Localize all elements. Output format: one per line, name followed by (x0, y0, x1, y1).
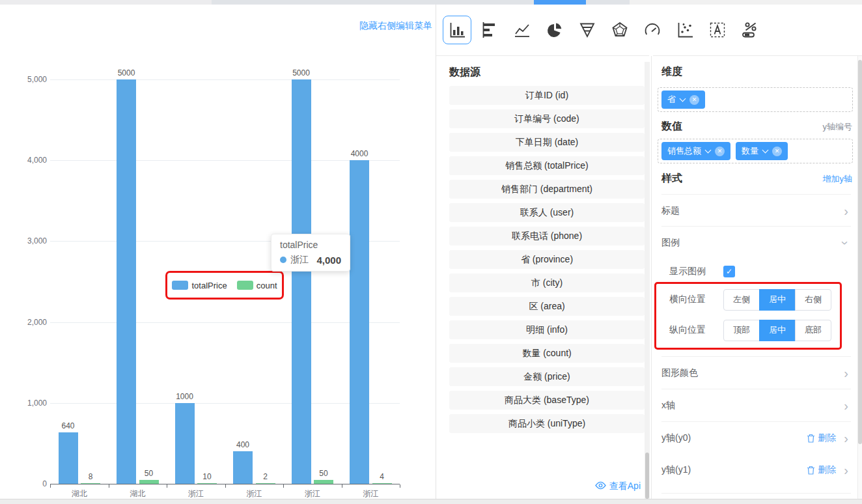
view-api-link[interactable]: 查看Api (595, 481, 641, 492)
field-item[interactable]: 联系电话 (phone) (449, 227, 645, 245)
style-row-shape-color[interactable]: 图形颜色 (661, 356, 851, 389)
bar-count[interactable] (314, 480, 333, 484)
tooltip-series-title: totalPrice (280, 240, 341, 250)
show-legend-label: 显示图例 (669, 266, 723, 277)
percent-widget-icon[interactable] (736, 16, 764, 44)
legend-item-totalprice[interactable]: totalPrice (172, 281, 227, 290)
bar-value-label: 4 (363, 472, 402, 481)
pie-chart-icon[interactable] (540, 16, 569, 44)
bar-chart-icon[interactable] (443, 16, 471, 44)
metric-tag[interactable]: 销售总额 (661, 142, 730, 160)
field-item[interactable]: 市 (city) (449, 273, 645, 292)
show-legend-row: 显示图例 (669, 262, 735, 281)
y-axis-tick-label: 0 (0, 479, 47, 488)
bar-count[interactable] (197, 483, 217, 484)
delete-y-axis-0-button[interactable]: 删除 (807, 432, 836, 444)
chart-panel-divider (436, 5, 436, 499)
v-pos-center-button[interactable]: 居中 (759, 320, 796, 341)
delete-y-axis-1-button[interactable]: 删除 (807, 464, 836, 476)
funnel-chart-icon[interactable] (573, 16, 602, 44)
field-item[interactable]: 销售部门 (department) (449, 180, 645, 199)
x-axis-tick (225, 484, 226, 488)
bar-totalPrice[interactable] (117, 79, 136, 484)
tag-label: 数量 (742, 145, 758, 157)
scatter-chart-icon[interactable] (671, 16, 699, 44)
bar-count[interactable] (139, 480, 159, 484)
field-item[interactable]: 订单编号 (code) (449, 109, 645, 128)
gauge-chart-icon[interactable] (638, 16, 667, 44)
style-settings-panel: 维度 省 数值 y轴编号 销售总额数量 样式 增加y轴 标题 图例 显示图例 横… (652, 56, 857, 499)
datasource-title: 数据源 (449, 66, 480, 79)
h-pos-center-button[interactable]: 居中 (759, 289, 796, 311)
remove-tag-icon[interactable] (689, 95, 699, 105)
style-row-title[interactable]: 标题 (661, 194, 851, 227)
trash-icon (807, 434, 815, 443)
settings-scrollbar-thumb[interactable] (858, 60, 862, 444)
field-item[interactable]: 订单ID (id) (449, 86, 645, 105)
x-axis-tick (167, 484, 167, 488)
text-widget-icon[interactable] (703, 16, 732, 44)
style-row-label: x轴 (661, 400, 675, 412)
vertical-position-label: 纵向位置 (669, 324, 723, 336)
x-axis-category-label: 湖北 (50, 488, 109, 499)
bottom-scroll-strip[interactable] (0, 499, 862, 504)
line-chart-icon[interactable] (508, 16, 536, 44)
remove-tag-icon[interactable] (772, 147, 782, 156)
style-row-y-axis-1[interactable]: y轴(y1) 删除 (661, 454, 851, 486)
h-pos-left-button[interactable]: 左侧 (723, 289, 760, 311)
field-item[interactable]: 数量 (count) (449, 344, 645, 363)
v-pos-top-button[interactable]: 顶部 (723, 320, 760, 341)
field-item[interactable]: 销售总额 (totalPrice) (449, 156, 645, 175)
chevron-down-icon[interactable] (680, 95, 686, 102)
field-item[interactable]: 下单日期 (date) (449, 133, 645, 152)
metric-drop-zone[interactable]: 销售总额数量 (658, 139, 853, 163)
field-item[interactable]: 省 (province) (449, 250, 645, 269)
metric-section-title: 数值 (661, 120, 682, 133)
eye-icon (595, 481, 606, 492)
datasource-scrollbar-thumb[interactable] (645, 453, 649, 499)
v-pos-bottom-button[interactable]: 底部 (795, 320, 831, 341)
style-row-y-axis-0[interactable]: y轴(y0) 删除 (661, 421, 851, 454)
dimension-drop-zone[interactable]: 省 (658, 87, 853, 112)
datasource-scrollbar-track[interactable] (645, 62, 650, 499)
metric-tag[interactable]: 数量 (736, 142, 788, 160)
bar-count[interactable] (372, 483, 392, 484)
vertical-position-row: 纵向位置 顶部 居中 底部 (669, 318, 831, 342)
bar-count[interactable] (256, 483, 275, 484)
radar-chart-icon[interactable] (605, 16, 634, 44)
style-section-title: 样式 (661, 172, 682, 186)
bar-value-label: 4000 (340, 149, 379, 158)
h-pos-right-button[interactable]: 右侧 (795, 289, 831, 311)
x-axis-category-label: 湖北 (109, 488, 167, 499)
field-item[interactable]: 商品大类 (baseType) (449, 391, 645, 410)
remove-tag-icon[interactable] (715, 147, 725, 156)
legend-item-count[interactable]: count (237, 281, 277, 290)
field-item[interactable]: 区 (area) (449, 297, 645, 316)
legend-swatch-count (237, 281, 253, 290)
horizontal-bar-chart-icon[interactable] (475, 16, 504, 44)
tag-label: 销售总额 (667, 145, 701, 157)
dimension-tag[interactable]: 省 (661, 91, 705, 109)
tab-strip-left-segment (0, 0, 212, 5)
legend-swatch-totalprice (172, 281, 188, 290)
show-legend-checkbox[interactable] (723, 266, 735, 277)
bar-value-label: 8 (71, 472, 110, 481)
chevron-down-icon[interactable] (705, 147, 712, 153)
chevron-down-icon[interactable] (762, 147, 769, 153)
field-item[interactable]: 联系人 (user) (449, 203, 645, 222)
style-row-legend[interactable]: 图例 (661, 226, 851, 259)
clipped-next-style-row (661, 493, 851, 499)
bar-totalPrice[interactable] (350, 160, 369, 484)
style-row-x-axis[interactable]: x轴 (661, 389, 851, 421)
bar-count[interactable] (81, 483, 100, 484)
y-axis-tick-label: 5,000 (0, 75, 47, 84)
field-item[interactable]: 金额 (price) (449, 367, 645, 386)
field-item[interactable]: 商品小类 (uniType) (449, 414, 645, 433)
datasource-panel: 数据源 订单ID (id)订单编号 (code)下单日期 (date)销售总额 … (436, 56, 651, 499)
bar-value-label: 5000 (107, 68, 146, 77)
bar-totalPrice[interactable] (292, 79, 311, 484)
legend-label: count (257, 281, 277, 290)
add-y-axis-link[interactable]: 增加y轴 (823, 173, 853, 185)
field-item[interactable]: 明细 (info) (449, 320, 645, 339)
delete-label: 删除 (818, 464, 836, 476)
